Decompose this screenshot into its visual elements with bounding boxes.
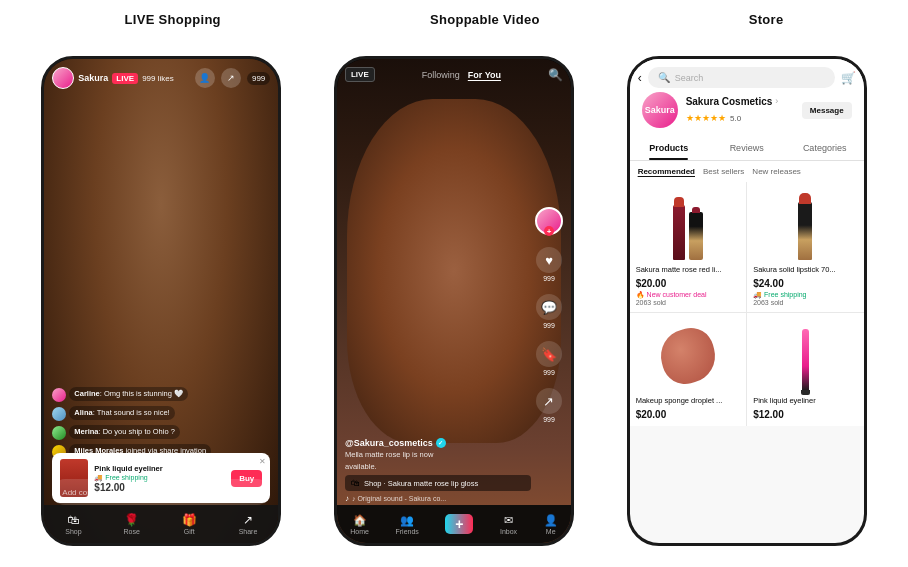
product-name: Pink liquid eyeliner bbox=[94, 464, 225, 473]
product-cell-3[interactable]: Makeup sponge droplet ... $20.00 bbox=[630, 313, 747, 426]
product-name-2: Sakura solid lipstick 70... bbox=[753, 265, 858, 275]
store-subtabs: Recommended Best sellers New releases bbox=[630, 161, 864, 182]
store-header-row: ‹ 🔍 Search 🛒 bbox=[638, 67, 856, 88]
chat-text-1: Carline: Omg this is stunning 🤍 bbox=[69, 387, 188, 401]
follow-plus[interactable]: + bbox=[544, 226, 554, 236]
nav-home[interactable]: 🏠 Home bbox=[350, 514, 369, 535]
search-icon[interactable]: 🔍 bbox=[548, 68, 563, 82]
section-title-shoppable: Shoppable Video bbox=[430, 12, 540, 27]
product-banner-text: Shop · Sakura matte rose lip gloss bbox=[364, 479, 478, 488]
create-button[interactable]: + bbox=[445, 514, 473, 534]
section-title-store: Store bbox=[749, 12, 784, 27]
nav-me[interactable]: 👤 Me bbox=[544, 514, 558, 535]
phone1-right-icons: 👤 ↗ 999 bbox=[195, 68, 270, 88]
message-button[interactable]: Message bbox=[802, 102, 852, 119]
chat-container: Carline: Omg this is stunning 🤍 Alina: T… bbox=[52, 387, 270, 463]
likes-count: 999 likes bbox=[142, 74, 174, 83]
product-name-1: Sakura matte rose red li... bbox=[636, 265, 741, 275]
store-top: ‹ 🔍 Search 🛒 Sakura Sakura Cosmetics › bbox=[630, 59, 864, 136]
video-bottom-info: @Sakura_cosmetics ✓ Mella matte rose lip… bbox=[345, 438, 531, 504]
right-side-icons: + ♥ 999 💬 999 🔖 999 ↗ 999 bbox=[535, 207, 563, 423]
bookmark-icon-group[interactable]: 🔖 999 bbox=[536, 341, 562, 376]
product-price-4: $12.00 bbox=[753, 409, 858, 420]
creator-avatar-group: + bbox=[535, 207, 563, 235]
product-image-2 bbox=[753, 190, 858, 260]
verified-icon: ✓ bbox=[436, 438, 446, 448]
username: Sakura bbox=[78, 73, 108, 83]
tab-reviews[interactable]: Reviews bbox=[708, 136, 786, 160]
search-bar[interactable]: 🔍 Search bbox=[648, 67, 835, 88]
tab-categories[interactable]: Categories bbox=[786, 136, 864, 160]
nav-friends[interactable]: 👥 Friends bbox=[396, 514, 419, 535]
chat-msg-2: Alina: That sound is so nice! bbox=[52, 406, 270, 421]
chat-avatar-2 bbox=[52, 407, 66, 421]
product-cell-1[interactable]: Sakura matte rose red li... $20.00 🔥 New… bbox=[630, 182, 747, 312]
chat-avatar-3 bbox=[52, 426, 66, 440]
back-button[interactable]: ‹ bbox=[638, 71, 642, 85]
share-icon-group[interactable]: ↗ 999 bbox=[536, 388, 562, 423]
store-tabs: Products Reviews Categories bbox=[630, 136, 864, 161]
subtab-new-releases[interactable]: New releases bbox=[752, 167, 800, 176]
nav-shop[interactable]: 🛍 Shop bbox=[65, 513, 81, 535]
creator-name: @Sakura_cosmetics ✓ bbox=[345, 438, 531, 448]
subtab-best-sellers[interactable]: Best sellers bbox=[703, 167, 744, 176]
phone1-profile: Sakura LIVE 999 likes bbox=[52, 67, 173, 89]
product-image-4 bbox=[753, 321, 858, 391]
product-name-4: Pink liquid eyeliner bbox=[753, 396, 858, 406]
creator-avatar: + bbox=[535, 207, 563, 235]
phone1-top-bar: Sakura LIVE 999 likes 👤 ↗ 999 bbox=[52, 67, 270, 89]
search-icon: 🔍 bbox=[658, 72, 670, 83]
share-icon: ↗ bbox=[536, 388, 562, 414]
nav-gift[interactable]: 🎁 Gift bbox=[182, 513, 197, 535]
bookmark-icon: 🔖 bbox=[536, 341, 562, 367]
phone2-bottom-nav: 🏠 Home 👥 Friends + ✉ Inbox 👤 Me bbox=[337, 505, 571, 543]
chat-text-3: Merina: Do you ship to Ohio ? bbox=[69, 425, 180, 439]
product-image-3 bbox=[636, 321, 741, 391]
product-price-1: $20.00 bbox=[636, 278, 741, 289]
tab-for-you[interactable]: For You bbox=[468, 70, 501, 80]
music-icon: ♪ bbox=[345, 494, 349, 503]
live-tag: LIVE bbox=[345, 67, 375, 82]
chat-text-2: Alina: That sound is so nice! bbox=[69, 406, 174, 420]
nav-rose[interactable]: 🌹 Rose bbox=[124, 513, 140, 535]
star-icons: ★★★★★ bbox=[686, 113, 726, 123]
creator-desc-1: Mella matte rose lip is now bbox=[345, 450, 531, 460]
sold-count-1: 2063 sold bbox=[636, 299, 741, 306]
nav-share[interactable]: ↗ Share bbox=[239, 513, 258, 535]
comment-icon: 💬 bbox=[536, 294, 562, 320]
shop-bag-icon: 🛍 bbox=[351, 478, 360, 488]
bottom-nav: 🛍 Shop 🌹 Rose 🎁 Gift ↗ Share bbox=[44, 505, 278, 543]
tab-products[interactable]: Products bbox=[630, 136, 708, 160]
add-comment-bar[interactable]: Add comment bbox=[52, 479, 270, 505]
brand-stars-row: ★★★★★ 5.0 bbox=[686, 107, 794, 125]
live-badge: LIVE bbox=[112, 73, 138, 84]
like-icon: ♥ bbox=[536, 247, 562, 273]
video-tabs: Following For You bbox=[422, 70, 501, 80]
add-comment-label: Add comment bbox=[62, 488, 111, 497]
products-grid: Sakura matte rose red li... $20.00 🔥 New… bbox=[630, 182, 864, 426]
section-title-live: LIVE Shopping bbox=[125, 12, 221, 27]
brand-avatar: Sakura bbox=[642, 92, 678, 128]
people-icon: 👤 bbox=[195, 68, 215, 88]
chat-msg-1: Carline: Omg this is stunning 🤍 bbox=[52, 387, 270, 402]
product-banner[interactable]: 🛍 Shop · Sakura matte rose lip gloss bbox=[345, 475, 531, 491]
cart-button[interactable]: 🛒 bbox=[841, 71, 856, 85]
like-icon-group[interactable]: ♥ 999 bbox=[536, 247, 562, 282]
product-badge-1: 🔥 New customer deal bbox=[636, 291, 741, 299]
sold-count-2: 2063 sold bbox=[753, 299, 858, 306]
subtab-recommended[interactable]: Recommended bbox=[638, 167, 695, 176]
product-cell-2[interactable]: Sakura solid lipstick 70... $24.00 🚚 Fre… bbox=[747, 182, 864, 312]
brand-info: Sakura Cosmetics › ★★★★★ 5.0 bbox=[686, 96, 794, 125]
nav-inbox[interactable]: ✉ Inbox bbox=[500, 514, 517, 535]
phone-live: Sakura LIVE 999 likes 👤 ↗ 999 Carline: O… bbox=[41, 56, 281, 546]
close-icon[interactable]: ✕ bbox=[259, 457, 266, 466]
product-cell-4[interactable]: Pink liquid eyeliner $12.00 bbox=[747, 313, 864, 426]
phone-store: ‹ 🔍 Search 🛒 Sakura Sakura Cosmetics › bbox=[627, 56, 867, 546]
product-price-3: $20.00 bbox=[636, 409, 741, 420]
tab-following[interactable]: Following bbox=[422, 70, 460, 80]
viewer-count: 999 bbox=[247, 72, 270, 85]
avatar bbox=[52, 67, 74, 89]
comment-icon-group[interactable]: 💬 999 bbox=[536, 294, 562, 329]
brand-row: Sakura Sakura Cosmetics › ★★★★★ 5.0 Mess… bbox=[638, 92, 856, 136]
product-price-2: $24.00 bbox=[753, 278, 858, 289]
